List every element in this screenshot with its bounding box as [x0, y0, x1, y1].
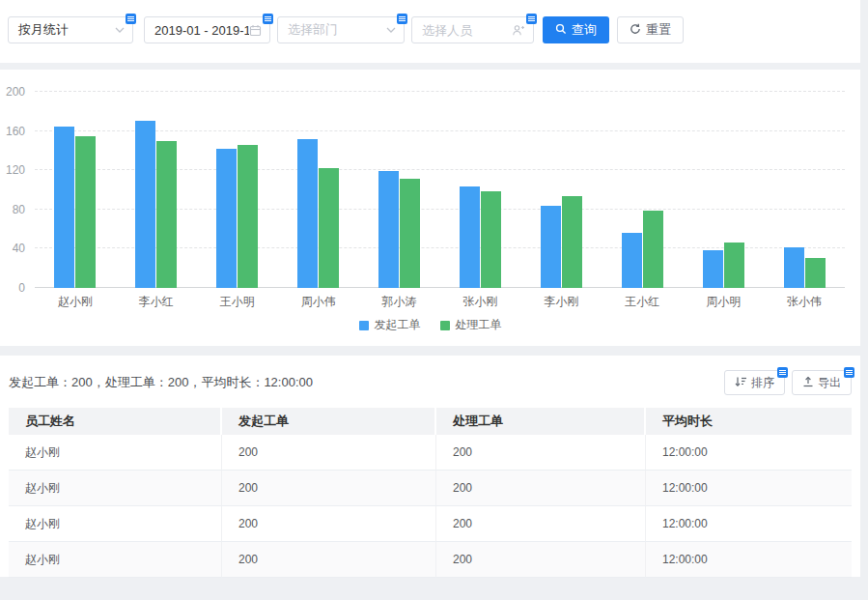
date-range-picker[interactable]: 2019-01 - 2019-12 [144, 16, 270, 43]
chevron-down-icon [386, 26, 396, 34]
filter-toolbar: 按月统计 2019-01 - 2019-12 选择部门 [0, 0, 860, 63]
department-select[interactable]: 选择部门 [277, 16, 405, 43]
chevron-down-icon [115, 26, 125, 34]
section-divider [0, 63, 860, 70]
page: 按月统计 2019-01 - 2019-12 选择部门 [0, 0, 860, 577]
bar-group-张小伟 [764, 92, 845, 288]
column-header: 发起工单 [222, 408, 436, 435]
bar-group-周小明 [683, 92, 764, 288]
x-tick-label: 郭小涛 [359, 294, 440, 310]
x-tick-label: 张小刚 [440, 294, 521, 310]
legend-item-发起工单[interactable]: 发起工单 [359, 317, 421, 333]
workorder-bar-chart[interactable]: 04080120160200 赵小刚李小红王小明周小伟郭小涛张小刚李小刚王小红周… [0, 70, 860, 346]
table-cell: 200 [222, 435, 436, 471]
annotation-badge-icon [263, 14, 273, 24]
y-tick-label: 160 [0, 124, 25, 139]
table-cell: 12:00:00 [646, 506, 852, 542]
legend-label: 发起工单 [375, 317, 421, 333]
statistics-table-section: 发起工单：200，处理工单：200，平均时长：12:00:00 排序 [0, 356, 860, 577]
export-icon [802, 376, 814, 390]
table-cell: 200 [436, 542, 646, 578]
person-input[interactable] [412, 23, 512, 38]
发起工单-bar [297, 139, 318, 288]
table-row: 赵小刚20020012:00:00 [9, 435, 852, 471]
x-tick-label: 李小红 [116, 294, 197, 310]
x-axis-labels: 赵小刚李小红王小明周小伟郭小涛张小刚李小刚王小红周小明张小伟 [35, 294, 845, 310]
处理工单-bar [319, 168, 339, 288]
search-icon [555, 23, 567, 38]
statistics-table: 员工姓名发起工单处理工单平均时长 赵小刚20020012:00:00赵小刚200… [9, 408, 852, 578]
发起工单-bar [216, 149, 237, 288]
summary-text: 发起工单：200，处理工单：200，平均时长：12:00:00 [9, 374, 313, 391]
stat-type-select[interactable]: 按月统计 [8, 16, 133, 43]
bar-group-张小刚 [440, 92, 521, 288]
section-divider [0, 346, 860, 356]
bar-group-李小刚 [520, 92, 602, 288]
table-cell: 200 [222, 471, 436, 506]
annotation-badge-icon [777, 367, 788, 378]
处理工单-bar [805, 258, 826, 288]
sort-button[interactable]: 排序 [724, 370, 785, 395]
x-tick-label: 王小明 [197, 294, 278, 310]
table-cell: 12:00:00 [646, 435, 852, 471]
sort-icon [735, 376, 747, 390]
x-tick-label: 周小明 [683, 294, 764, 310]
处理工单-bar [156, 141, 177, 288]
export-button[interactable]: 导出 [792, 370, 852, 395]
chart-plot-area [35, 92, 845, 288]
annotation-badge-icon [526, 14, 537, 24]
x-tick-label: 李小刚 [520, 294, 602, 310]
annotation-badge-icon [397, 14, 407, 24]
column-header: 平均时长 [646, 408, 852, 435]
发起工单-bar [378, 171, 399, 288]
table-cell: 200 [222, 506, 436, 542]
table-cell: 赵小刚 [9, 435, 222, 471]
chart-legend: 发起工单处理工单 [0, 317, 860, 333]
bar-group-王小红 [602, 92, 683, 288]
annotation-badge-icon [126, 14, 136, 24]
legend-swatch-icon [359, 321, 369, 330]
x-tick-label: 赵小刚 [35, 294, 116, 310]
table-row: 赵小刚20020012:00:00 [9, 506, 852, 542]
table-cell: 12:00:00 [646, 471, 852, 506]
reset-button[interactable]: 重置 [617, 16, 684, 43]
query-button-label: 查询 [572, 21, 597, 39]
bar-group-王小明 [197, 92, 278, 288]
发起工单-bar [54, 127, 74, 288]
x-tick-label: 张小伟 [764, 294, 845, 310]
bar-group-李小红 [116, 92, 197, 288]
发起工单-bar [784, 247, 804, 288]
处理工单-bar [643, 211, 663, 288]
bar-group-周小伟 [278, 92, 359, 288]
处理工单-bar [400, 179, 420, 288]
legend-label: 处理工单 [456, 317, 502, 333]
table-row: 赵小刚20020012:00:00 [9, 542, 852, 578]
column-header: 处理工单 [436, 408, 646, 435]
发起工单-bar [541, 206, 561, 288]
table-cell: 200 [436, 435, 646, 471]
x-tick-label: 周小伟 [278, 294, 359, 310]
table-actions: 排序 导出 [717, 370, 852, 395]
query-button[interactable]: 查询 [543, 16, 609, 43]
table-cell: 12:00:00 [646, 542, 852, 578]
person-select-field[interactable] [411, 16, 534, 43]
发起工单-bar [460, 186, 480, 288]
bar-group-郭小涛 [359, 92, 440, 288]
table-body: 赵小刚20020012:00:00赵小刚20020012:00:00赵小刚200… [9, 435, 852, 578]
table-toolbar: 发起工单：200，处理工单：200，平均时长：12:00:00 排序 [9, 356, 852, 408]
处理工单-bar [724, 243, 744, 288]
table-cell: 200 [222, 542, 436, 578]
department-placeholder: 选择部门 [278, 21, 386, 39]
table-cell: 200 [436, 506, 646, 542]
chart-bars [35, 92, 845, 288]
处理工单-bar [481, 191, 501, 288]
table-cell: 赵小刚 [9, 506, 222, 542]
table-header-row: 员工姓名发起工单处理工单平均时长 [9, 408, 852, 435]
annotation-badge-icon [844, 367, 854, 378]
y-tick-label: 80 [0, 202, 25, 217]
legend-item-处理工单[interactable]: 处理工单 [440, 317, 502, 333]
table-cell: 赵小刚 [9, 471, 222, 506]
calendar-icon [249, 24, 262, 37]
处理工单-bar [75, 136, 96, 288]
table-cell: 赵小刚 [9, 542, 222, 578]
